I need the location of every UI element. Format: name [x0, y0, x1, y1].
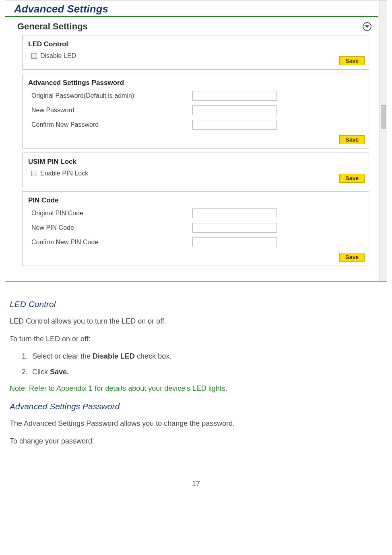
led-step-2: Click Save. [30, 368, 382, 376]
pin-code-panel: PIN Code Original PIN Code New PIN Code … [22, 191, 369, 266]
save-button-pinlock[interactable]: Save [339, 174, 365, 183]
led-step1-pre: Select or clear the [32, 352, 93, 360]
save-button-led[interactable]: Save [339, 56, 365, 65]
document-body: LED Control LED Control allows you to tu… [0, 285, 392, 470]
led-steps-intro: To turn the LED on or off: [10, 334, 382, 344]
led-steps-list: Select or clear the Disable LED check bo… [30, 352, 382, 376]
confirm-password-label: Confirm New Password [31, 121, 192, 128]
pin-lock-panel: USIM PIN Lock Enable PIN Lock Save [22, 153, 369, 187]
settings-screenshot: Advanced Settings General Settings LED C… [5, 0, 387, 282]
save-button-pincode[interactable]: Save [339, 253, 365, 262]
confirm-password-input[interactable] [192, 120, 277, 130]
section-title: General Settings [17, 21, 88, 32]
panel-title-password: Advanced Settings Password [23, 74, 369, 91]
password-panel: Advanced Settings Password Original Pass… [22, 74, 369, 149]
led-step2-pre: Click [32, 368, 50, 376]
password-steps-intro: To change your password: [10, 436, 382, 446]
page-number: 17 [0, 470, 392, 492]
panel-title-led: LED Control [23, 35, 369, 52]
led-note: Note: Refer to Appendix 1 for details ab… [10, 384, 382, 393]
led-step-1: Select or clear the Disable LED check bo… [30, 352, 382, 361]
collapse-toggle-icon[interactable] [363, 22, 371, 31]
heading-advanced-password: Advanced Settings Password [10, 402, 382, 411]
general-settings-header[interactable]: General Settings [5, 17, 380, 35]
led-intro-text: LED Control allows you to turn the LED o… [10, 316, 382, 326]
page-title: Advanced Settings [5, 2, 378, 17]
panel-title-pinlock: USIM PIN Lock [23, 153, 369, 170]
led-step1-bold: Disable LED [93, 352, 135, 360]
enable-pin-lock-label: Enable PIN Lock [40, 170, 88, 177]
save-button-password[interactable]: Save [339, 135, 365, 144]
led-step2-bold: Save. [50, 368, 69, 376]
original-password-label: Original Password(Default is admin) [31, 92, 192, 99]
disable-led-checkbox[interactable] [31, 53, 37, 59]
enable-pin-lock-checkbox[interactable] [31, 171, 37, 176]
confirm-pin-input[interactable] [192, 237, 277, 247]
panel-title-pincode: PIN Code [23, 192, 369, 208]
led-step1-post: check box. [135, 352, 171, 360]
original-pin-input[interactable] [192, 208, 277, 218]
svg-marker-0 [365, 25, 369, 28]
led-control-panel: LED Control Disable LED Save [22, 35, 369, 70]
scrollbar[interactable] [380, 0, 387, 281]
original-pin-label: Original PIN Code [31, 210, 192, 217]
new-pin-input[interactable] [192, 223, 277, 233]
disable-led-row: Disable LED [31, 52, 363, 60]
enable-pin-lock-row: Enable PIN Lock [31, 170, 363, 177]
original-password-input[interactable] [192, 91, 277, 101]
new-password-label: New Password [31, 107, 192, 114]
new-pin-label: New PIN Code [31, 224, 192, 231]
disable-led-label: Disable LED [40, 52, 76, 60]
scrollbar-thumb[interactable] [381, 105, 386, 129]
confirm-pin-label: Confirm New PIN Code [31, 239, 192, 246]
new-password-input[interactable] [192, 105, 277, 115]
heading-led-control: LED Control [10, 299, 382, 309]
password-intro-text: The Advanced Settings Password allows yo… [10, 419, 382, 428]
